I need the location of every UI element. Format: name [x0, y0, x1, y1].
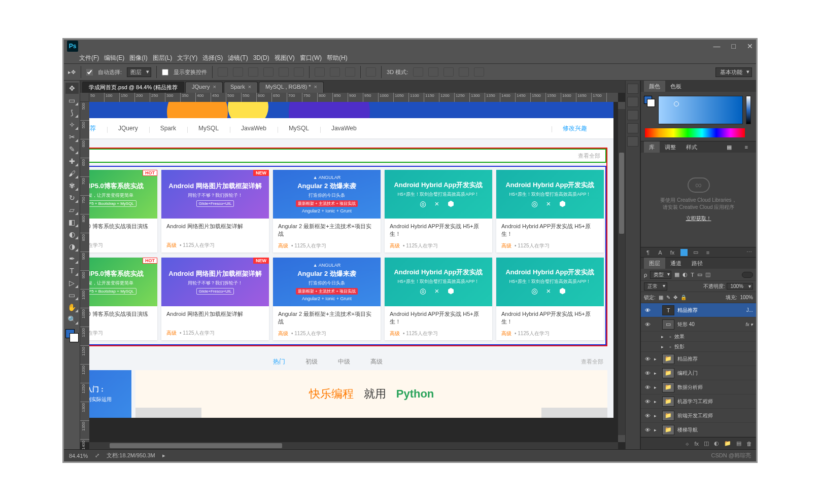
menu-image[interactable]: 图像(I) — [129, 54, 147, 62]
nav-item[interactable]: Spark — [149, 125, 187, 132]
view-all-link[interactable]: 查看全部 — [578, 152, 600, 160]
disclosure-icon[interactable]: ▸ — [654, 371, 659, 376]
doc-tab[interactable]: MySQL , RGB/8) *× — [259, 82, 324, 93]
hue-strip[interactable] — [645, 128, 745, 137]
layer-name[interactable]: 编程入门 — [677, 370, 753, 377]
menu-3d[interactable]: 3D(D) — [253, 54, 269, 61]
maximize-button[interactable]: □ — [732, 42, 736, 50]
carousel-dots[interactable] — [302, 109, 351, 112]
menu-file[interactable]: 文件(F) — [79, 54, 99, 62]
panel-icon[interactable] — [627, 123, 638, 133]
visibility-icon[interactable]: 👁 — [644, 307, 651, 313]
auto-select-checkbox[interactable] — [86, 69, 93, 76]
modify-interest-link[interactable]: 修改兴趣 — [552, 124, 598, 133]
close-icon[interactable]: × — [213, 84, 216, 90]
lock-icon[interactable]: ✎ — [666, 295, 670, 300]
align-icon[interactable] — [294, 67, 304, 77]
disclosure-icon[interactable]: ▸ — [661, 344, 666, 349]
level-tab[interactable]: 初级 — [305, 357, 318, 366]
visibility-icon[interactable]: 👁 — [644, 399, 651, 405]
show-transform-checkbox[interactable] — [162, 69, 168, 76]
zoom-tool-icon[interactable]: 🔍 — [65, 314, 79, 325]
color-chip[interactable] — [680, 249, 688, 256]
tab-color[interactable]: 颜色 — [644, 81, 665, 92]
layer-row[interactable]: 👁▸📁前端开发工程师 — [641, 409, 756, 423]
adjust-icon[interactable]: ◐ — [714, 440, 719, 447]
intro-tile[interactable]: PHP入门： 基础语法到实际运用 — [89, 370, 131, 418]
eraser-tool-icon[interactable]: ▱ — [65, 204, 79, 215]
char-icon[interactable]: ¶ — [644, 249, 652, 256]
align-icon[interactable] — [248, 67, 258, 77]
nav-item[interactable]: 精品推荐 — [89, 124, 107, 133]
lock-icon[interactable]: 🔒 — [680, 295, 687, 300]
menu-layer[interactable]: 图层(L) — [153, 54, 173, 62]
layer-name[interactable]: 机器学习工程师 — [677, 398, 753, 405]
arrange-icon[interactable] — [366, 67, 376, 77]
doc-tab[interactable]: 学成网首页.psd @ 84.4% (精品推荐 — [82, 82, 184, 93]
gradient-tool-icon[interactable]: ◧ — [65, 217, 79, 228]
course-card[interactable]: Android Hybrid App开发实战H5+原生！双剑合璧打造高效高质AP… — [385, 258, 492, 340]
filter-smart-icon[interactable]: ◫ — [705, 271, 710, 278]
align-icon[interactable]: ≡ — [704, 249, 712, 256]
3d-icon[interactable] — [443, 67, 454, 77]
filter-icon[interactable]: ρ — [644, 272, 647, 278]
align-icon[interactable] — [279, 67, 289, 77]
level-tab[interactable]: 高级 — [370, 357, 383, 366]
nav-item[interactable]: JavaWeb — [320, 125, 368, 132]
filter-type-icon[interactable]: T — [691, 272, 694, 278]
layer-name[interactable]: 前端开发工程师 — [677, 412, 753, 419]
menu-type[interactable]: 文字(Y) — [177, 54, 197, 62]
ruler-horizontal[interactable]: 5010015020025030035040045050055060065070… — [89, 93, 618, 102]
visibility-icon[interactable]: 👁 — [644, 413, 651, 419]
workspace-switcher[interactable]: 基本功能 — [715, 67, 752, 77]
pen-tool-icon[interactable]: ✒ — [65, 253, 79, 264]
layer-name[interactable]: 楼梯导航 — [677, 426, 753, 434]
layer-row[interactable]: 👁▸📁数据分析师 — [641, 380, 756, 394]
auto-select-target[interactable]: 图层 — [127, 67, 151, 77]
align-icon[interactable] — [263, 67, 274, 77]
3d-icon[interactable] — [474, 67, 484, 77]
tab-layers[interactable]: 图层 — [644, 258, 665, 269]
heal-tool-icon[interactable]: ✚ — [65, 156, 79, 167]
visibility-icon[interactable]: 👁 — [644, 427, 651, 433]
menu-window[interactable]: 窗口(W) — [300, 54, 322, 62]
opacity-input[interactable]: 100% — [727, 283, 753, 290]
lock-icon[interactable]: ✥ — [673, 295, 677, 300]
filter-toggle[interactable] — [742, 272, 753, 278]
tab-adjust[interactable]: 调整 — [660, 141, 681, 153]
color-field[interactable] — [658, 96, 743, 124]
layer-row[interactable]: 👁▸📁楼梯导航 — [641, 423, 756, 437]
tab-styles[interactable]: 样式 — [681, 141, 702, 153]
dodge-tool-icon[interactable]: ◑ — [65, 241, 79, 252]
wand-tool-icon[interactable]: ✧ — [65, 119, 79, 130]
3d-icon[interactable] — [413, 67, 423, 77]
minimize-button[interactable]: — — [713, 42, 721, 50]
fx-badge[interactable]: fx ▾ — [745, 322, 753, 327]
course-card[interactable]: HOT ThinkPHP5.0博客系统实战最牛框架，让开发变得更简单ThinkP… — [89, 258, 157, 340]
distribute-icon[interactable] — [315, 67, 325, 77]
panel-icon[interactable] — [627, 110, 638, 120]
tab-channels[interactable]: 通道 — [665, 258, 687, 269]
course-card[interactable]: ▲ ANGULARAngular 2 劲爆来袭打造你的今日头条最新框架 + 主流… — [273, 170, 381, 253]
nav-item[interactable]: JQuery — [107, 125, 149, 132]
zoom-level[interactable]: 84.41% — [69, 453, 88, 459]
menu-filter[interactable]: 滤镜(T) — [228, 54, 248, 62]
filter-pixel-icon[interactable]: ▦ — [674, 271, 679, 278]
disclosure-icon[interactable]: ▸ — [654, 399, 659, 404]
3d-icon[interactable] — [459, 67, 469, 77]
character-panel-bar[interactable]: ¶ A fx ▭ ≡ ⋯ — [641, 247, 756, 258]
filter-select[interactable]: 类型 — [650, 271, 671, 279]
grid-icon[interactable]: ▦ — [722, 142, 737, 153]
visibility-icon[interactable]: 👁 — [644, 384, 651, 390]
level-tab[interactable]: 热门 — [273, 357, 285, 366]
fx-icon[interactable]: fx — [694, 441, 699, 447]
filter-adjust-icon[interactable]: ◐ — [682, 271, 688, 278]
filter-shape-icon[interactable]: ▭ — [697, 271, 702, 278]
layer-row[interactable]: 👁T精品推荐J... — [641, 303, 756, 317]
blur-tool-icon[interactable]: ◐ — [65, 229, 79, 240]
doc-tab[interactable]: JQuery× — [185, 82, 223, 93]
more-icon[interactable]: ⋯ — [745, 249, 753, 256]
fx-icon[interactable]: fx — [668, 249, 676, 256]
eyedropper-tool-icon[interactable]: ✎ — [65, 143, 79, 155]
course-card[interactable]: ▲ ANGULARAngular 2 劲爆来袭打造你的今日头条最新框架 + 主流… — [273, 258, 381, 340]
